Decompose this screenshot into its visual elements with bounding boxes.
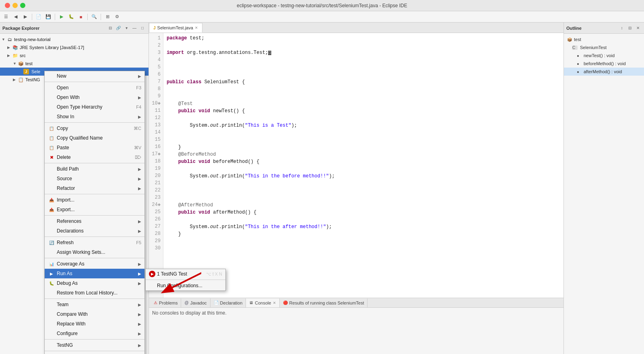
close-button[interactable] [5, 3, 10, 8]
outline-item-selenium-class[interactable]: C SeleniumTest [564, 43, 644, 51]
package-explorer-title: Package Explorer [2, 26, 105, 31]
menu-item-refresh[interactable]: 🔄 Refresh F5 [45, 238, 144, 247]
menu-item-replace[interactable]: Replace With ▶ [45, 319, 144, 329]
menu-label-copy-qual: Copy Qualified Name [57, 135, 141, 141]
link-editor-icon[interactable]: 🔗 [115, 25, 122, 32]
tab-java-icon: J [153, 26, 156, 30]
main-layout: Package Explorer ⊟ 🔗 ▾ — □ ▼ 🗂 testng-ne… [0, 23, 644, 354]
menu-label-source: Source [57, 176, 138, 181]
toolbar-save[interactable]: 💾 [44, 12, 53, 21]
menu-item-assign-ws[interactable]: Assign Working Sets... [45, 247, 144, 257]
tree-item-src[interactable]: ▶ 📁 src [0, 51, 149, 60]
toolbar-search[interactable]: 🔍 [90, 12, 99, 21]
toolbar-btn-3[interactable]: ▶ [21, 12, 30, 21]
collapse-all-icon[interactable]: ⊟ [107, 25, 114, 32]
submenu-arrow-repl: ▶ [138, 322, 141, 326]
menu-item-new[interactable]: New ▶ [45, 71, 144, 81]
menu-item-refactor[interactable]: Refactor ▶ [45, 183, 144, 193]
view-menu-icon[interactable]: ▾ [123, 25, 130, 32]
menu-item-open-with[interactable]: Open With ▶ [45, 93, 144, 102]
tab-close-icon[interactable]: ✕ [195, 26, 198, 30]
tab-javadoc[interactable]: @ Javadoc [181, 298, 210, 307]
tab-results[interactable]: 🔴 Results of running class SeleniumTest [280, 298, 368, 307]
menu-item-build-path[interactable]: Build Path ▶ [45, 164, 144, 174]
menu-item-coverage[interactable]: 📊 Coverage As ▶ [45, 259, 144, 269]
submenu-item-run-configs[interactable]: Run Configurations... [146, 281, 225, 290]
declaration-icon: 📄 [214, 300, 219, 305]
menu-item-compare[interactable]: Compare With ▶ [45, 309, 144, 319]
tree-arrow: ▼ [2, 37, 6, 41]
menu-item-source[interactable]: Source ▶ [45, 174, 144, 183]
menu-item-team[interactable]: Team ▶ [45, 300, 144, 309]
toolbar-run[interactable]: ▶ [57, 12, 66, 21]
toolbar-btn-1[interactable]: ☰ [2, 12, 10, 21]
menu-item-copy[interactable]: 📋 Copy ⌘C [45, 123, 144, 133]
outline-sort-icon[interactable]: ↕ [618, 25, 625, 32]
submenu-item-testng[interactable]: ▶ 1 TestNG Test ⌥⇧X N [146, 269, 225, 279]
submenu-arrow-cfg: ▶ [138, 331, 141, 336]
submenu-arrow-bp: ▶ [138, 167, 141, 171]
java-file-icon: J [23, 69, 29, 74]
window-controls [5, 3, 25, 8]
outline-item-aftermethod[interactable]: ● afterMethod() : void [564, 68, 644, 76]
console-close-icon[interactable]: ✕ [273, 301, 276, 305]
menu-item-open[interactable]: Open F3 [45, 83, 144, 93]
menu-label-import: Import... [57, 197, 141, 203]
testng-run-icon: ▶ [149, 271, 155, 277]
submenu-arrow-decl: ▶ [138, 229, 141, 233]
menu-item-show-in[interactable]: Show In ▶ [45, 112, 144, 121]
menu-label-refactor: Refactor [57, 185, 138, 191]
minimize-panel-icon[interactable]: — [131, 25, 138, 32]
menu-item-configure[interactable]: Configure ▶ [45, 329, 144, 338]
outline-item-newtest[interactable]: ● newTest() : void [564, 51, 644, 60]
tree-item-test[interactable]: ▼ 📦 test [0, 60, 149, 68]
outline-close-icon[interactable]: ✕ [634, 25, 642, 32]
menu-item-testng[interactable]: TestNG ▶ [45, 340, 144, 350]
submenu-arrow-tng: ▶ [138, 343, 141, 348]
outline-label-newtest: newTest() : void [584, 53, 615, 58]
menu-item-delete[interactable]: ✖ Delete ⌦ [45, 152, 144, 162]
menu-sep-9 [45, 339, 144, 340]
menu-item-open-type-hierarchy[interactable]: Open Type Hierarchy F4 [45, 102, 144, 112]
window-title: eclipse-workspace - testng-new-tutorial/… [237, 3, 407, 8]
menu-item-debug-as[interactable]: 🐛 Debug As ▶ [45, 278, 144, 288]
toolbar-stop[interactable]: ■ [76, 12, 85, 21]
tab-console[interactable]: 🖥 Console ✕ [246, 298, 279, 307]
menu-item-declarations[interactable]: Declarations ▶ [45, 226, 144, 236]
outline-item-test[interactable]: 📦 test [564, 35, 644, 43]
menu-item-paste[interactable]: 📋 Paste ⌘V [45, 143, 144, 152]
panel-icon-group: ⊟ 🔗 ▾ — □ [107, 25, 146, 32]
maximize-button[interactable] [20, 3, 25, 8]
tree-item-jre[interactable]: ▶ 📚 JRE System Library [JavaSE-17] [0, 43, 149, 51]
menu-item-run-as[interactable]: ▶ Run As ▶ ▶ 1 TestNG Test ⌥⇧X N Run Con… [45, 269, 144, 278]
tab-problems[interactable]: ⚠ Problems [151, 298, 181, 307]
toolbar-debug[interactable]: 🐛 [67, 12, 76, 21]
show-in-icon [48, 113, 55, 120]
menu-item-properties[interactable]: Properties ⌘I [45, 352, 144, 354]
toolbar-btn-2[interactable]: ◀ [11, 12, 20, 21]
minimize-button[interactable] [12, 3, 18, 8]
toolbar-pref[interactable]: ⚙ [113, 12, 122, 21]
menu-label-replace: Replace With [57, 321, 138, 327]
outline-item-beforemethod[interactable]: ● beforeMethod() : void [564, 60, 644, 68]
outline-filter-icon[interactable]: ⊟ [626, 25, 634, 32]
code-text[interactable]: package test; import org.testng.annotati… [163, 33, 564, 298]
tree-item-root[interactable]: ▼ 🗂 testng-new-tutorial [0, 35, 149, 43]
tab-declaration[interactable]: 📄 Declaration [211, 298, 246, 307]
maximize-panel-icon[interactable]: □ [139, 25, 146, 32]
code-editor[interactable]: 12345 678910◈ 1112131415 1617◈181920 212… [149, 33, 564, 298]
menu-item-import[interactable]: 📥 Import... [45, 195, 144, 205]
outline-label-test: test [574, 37, 581, 42]
menu-sep-4 [45, 194, 144, 194]
toolbar-new[interactable]: 📄 [34, 12, 43, 21]
menu-label-assign-ws: Assign Working Sets... [57, 249, 141, 255]
toolbar-sep-3 [87, 14, 88, 20]
menu-item-copy-qual[interactable]: 📋 Copy Qualified Name [45, 133, 144, 143]
editor-tab-selenium[interactable]: J SeleniumTest.java ✕ [149, 23, 202, 33]
menu-item-restore[interactable]: Restore from Local History... [45, 288, 144, 298]
toolbar-perspective[interactable]: ⊞ [103, 12, 112, 21]
menu-item-export[interactable]: 📤 Export... [45, 205, 144, 214]
testng-run-label: 1 TestNG Test [157, 271, 187, 277]
tree-arrow-testng: ▶ [13, 78, 18, 82]
menu-item-references[interactable]: References ▶ [45, 216, 144, 226]
